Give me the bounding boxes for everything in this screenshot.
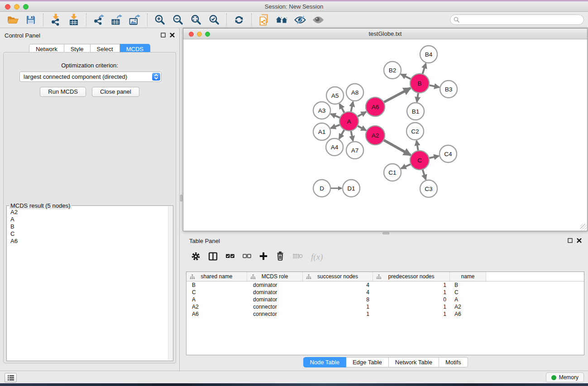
open-session-button[interactable] <box>4 13 22 27</box>
graph-node-C1[interactable]: C1 <box>384 164 401 181</box>
graph-node-B2[interactable]: B2 <box>384 62 401 79</box>
graph-edge-A-A7[interactable] <box>351 131 353 141</box>
column-header-name[interactable]: name <box>450 272 486 281</box>
graph-node-A[interactable]: A <box>339 112 359 131</box>
export-table-button[interactable] <box>108 13 126 27</box>
import-table-button[interactable] <box>65 13 83 27</box>
table-row[interactable]: Bdominator41B <box>186 281 584 289</box>
graph-node-A8[interactable]: A8 <box>346 84 363 101</box>
node-table[interactable]: shared nameMCDS rolesuccessor nodesprede… <box>186 272 584 355</box>
graph-node-A1[interactable]: A1 <box>313 123 330 140</box>
graph-node-C2[interactable]: C2 <box>406 123 424 140</box>
close-view-button[interactable] <box>189 32 194 37</box>
close-panel-icon[interactable] <box>170 33 175 38</box>
table-row[interactable]: Adominator80A <box>186 296 584 303</box>
zoom-out-button[interactable] <box>169 13 187 27</box>
graph-edge-C-C1[interactable] <box>401 164 411 168</box>
window-resize-grip[interactable] <box>580 224 587 230</box>
graph-edge-A-A2[interactable] <box>358 126 366 130</box>
new-network-from-selection-button[interactable] <box>255 13 273 27</box>
float-panel-icon[interactable] <box>568 238 573 243</box>
search-box[interactable] <box>450 14 584 25</box>
function-builder-button[interactable]: f(x) <box>311 252 323 262</box>
zoom-fit-button[interactable] <box>187 13 205 27</box>
graph-node-B3[interactable]: B3 <box>440 81 457 98</box>
graph-node-D[interactable]: D <box>313 180 330 197</box>
network-canvas[interactable]: B4B2BB3A8A5A6A3B1AC2A1A2A4A7C4CC1DD1C3 <box>183 39 587 230</box>
graph-edge-B-B2[interactable] <box>401 74 411 79</box>
graph-edge-A2-C[interactable] <box>384 140 411 155</box>
table-tab-network-table[interactable]: Network Table <box>389 357 439 367</box>
graph-node-B[interactable]: B <box>410 74 429 93</box>
table-row[interactable]: Cdominator41C <box>186 289 584 296</box>
mcds-result-item[interactable]: A6 <box>7 238 167 245</box>
graph-edge-B-B4[interactable] <box>423 63 426 74</box>
graph-node-A6[interactable]: A6 <box>366 97 385 116</box>
table-row[interactable]: A2connector11A2 <box>186 303 584 310</box>
column-header-shared-name[interactable]: shared name <box>186 272 247 281</box>
table-row[interactable]: A6connector11A6 <box>186 310 584 318</box>
graph-node-A7[interactable]: A7 <box>346 142 363 159</box>
graph-edge-A-A8[interactable] <box>351 102 353 112</box>
column-header-successor-nodes[interactable]: successor nodes <box>303 272 373 281</box>
search-input[interactable] <box>462 17 583 23</box>
graph-edge-C-C4[interactable] <box>429 156 439 158</box>
graph-node-B1[interactable]: B1 <box>407 103 424 120</box>
column-header-MCDS-role[interactable]: MCDS role <box>247 272 303 281</box>
add-column-button[interactable] <box>259 252 268 262</box>
zoom-in-button[interactable] <box>151 13 169 27</box>
graph-edge-C-C2[interactable] <box>416 141 418 151</box>
column-header-predecessor-nodes[interactable]: predecessor nodes <box>373 272 450 281</box>
graph-edge-A-A1[interactable] <box>331 125 340 129</box>
table-tab-node-table[interactable]: Node Table <box>303 357 346 367</box>
graph-edge-A-A4[interactable] <box>339 130 344 139</box>
task-history-button[interactable] <box>5 373 17 382</box>
graph-node-A3[interactable]: A3 <box>313 102 330 119</box>
minimize-view-button[interactable] <box>197 32 202 37</box>
save-session-button[interactable] <box>22 13 40 27</box>
home-views-button[interactable] <box>273 13 291 27</box>
close-panel-button[interactable]: Close panel <box>92 87 139 97</box>
show-preview-button[interactable] <box>309 13 327 27</box>
run-mcds-button[interactable]: Run MCDS <box>40 87 86 97</box>
table-tab-edge-table[interactable]: Edge Table <box>346 357 389 367</box>
zoom-view-button[interactable] <box>205 32 210 37</box>
table-tab-motifs[interactable]: Motifs <box>439 357 468 367</box>
graph-node-C3[interactable]: C3 <box>420 180 437 197</box>
graph-edge-B-B3[interactable] <box>430 85 440 87</box>
graph-edge-A-A5[interactable] <box>339 104 344 112</box>
graph-edge-A-A6[interactable] <box>358 112 366 116</box>
graph-edge-A-A3[interactable] <box>330 114 339 118</box>
float-panel-icon[interactable] <box>161 33 166 38</box>
horizontal-divider-grip[interactable] <box>382 232 389 234</box>
graph-edge-A6-B[interactable] <box>384 88 410 102</box>
export-network-button[interactable] <box>90 13 108 27</box>
criterion-dropdown[interactable]: largest connected component (directed) <box>19 71 162 82</box>
graph-node-C4[interactable]: C4 <box>440 145 457 162</box>
mcds-result-item[interactable]: A <box>7 216 167 223</box>
mcds-result-item[interactable]: C <box>7 230 167 238</box>
deselect-all-button[interactable] <box>243 252 251 262</box>
memory-button[interactable]: Memory <box>546 372 584 382</box>
delete-column-button[interactable] <box>276 251 285 263</box>
column-visibility-button[interactable] <box>208 252 218 263</box>
select-all-button[interactable] <box>225 252 235 262</box>
mcds-result-item[interactable]: A2 <box>7 209 167 216</box>
refresh-view-button[interactable] <box>230 13 248 27</box>
graph-node-A4[interactable]: A4 <box>326 138 343 156</box>
graph-node-D1[interactable]: D1 <box>343 180 360 197</box>
export-image-button[interactable] <box>126 13 144 27</box>
graph-node-A2[interactable]: A2 <box>366 126 385 145</box>
graph-edge-C-C3[interactable] <box>423 170 426 180</box>
mcds-result-item[interactable]: B <box>7 223 167 230</box>
zoom-selected-button[interactable] <box>205 13 223 27</box>
delete-table-button[interactable] <box>292 252 303 262</box>
graph-edge-B-B1[interactable] <box>417 93 418 102</box>
settings-gear-button[interactable] <box>191 252 201 263</box>
result-scrollbar[interactable] <box>168 206 172 360</box>
graph-node-B4[interactable]: B4 <box>420 46 437 63</box>
panel-divider-grip[interactable] <box>180 195 182 201</box>
hide-selected-button[interactable] <box>291 13 309 27</box>
import-network-button[interactable] <box>47 13 65 27</box>
close-panel-icon[interactable] <box>577 238 582 243</box>
